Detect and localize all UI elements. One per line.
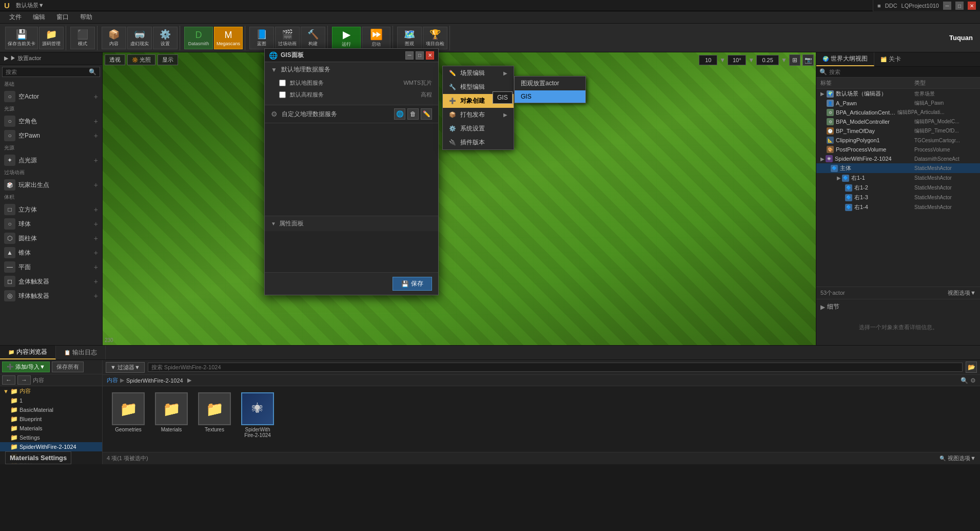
breadcrumb-spiderwithfire[interactable]: SpiderWithFire-2-1024 <box>126 377 183 384</box>
output-log-tab[interactable]: 📋 输出日志 <box>56 346 106 359</box>
viewport-num-1[interactable] <box>699 55 717 65</box>
place-actor-header[interactable]: ▶ ▶ 放置actor <box>0 52 102 65</box>
megascans-btn[interactable]: M Megascans <box>214 27 243 49</box>
menu-help[interactable]: 帮助 <box>75 12 97 23</box>
project-settings-btn[interactable]: 🏆 项目自检 <box>423 27 447 49</box>
filter-btn[interactable]: ▼过滤器▼ <box>106 362 145 373</box>
ctx-publish[interactable]: 📦 打包发布 ▶ <box>443 108 514 122</box>
cb-tree-blueprint[interactable]: 📁Blueprint <box>0 414 102 424</box>
settings-btn[interactable]: ⚙️ 设置 <box>153 27 178 49</box>
cb-tree-1[interactable]: 📁1 <box>0 396 102 405</box>
outliner-clipping-row[interactable]: 📐 ClippingPolygon1 TGCesiumCartogr... <box>816 136 980 145</box>
world-outliner-tab[interactable]: 🌍 世界大纲视图 <box>816 52 874 66</box>
actor-item-box-trigger[interactable]: ◻ 盒体触发器 + <box>0 274 102 289</box>
add-import-btn[interactable]: ➕添加/导入▼ <box>2 362 50 372</box>
custom-edit-btn[interactable]: ✏️ <box>421 108 432 120</box>
ctx-sub-gis[interactable]: GIS <box>515 90 585 103</box>
actor-item-cube[interactable]: □ 立方体 + <box>0 202 102 217</box>
actor-item-empty-pawn[interactable]: ○ 空Pawn + <box>0 128 102 143</box>
outliner-search-input[interactable] <box>829 69 977 75</box>
actor-item-sphere-trigger[interactable]: ◎ 球体触发器 + <box>0 289 102 303</box>
viewport-camera-btn[interactable]: 📷 <box>802 54 814 66</box>
menu-file[interactable]: 文件 <box>4 12 27 23</box>
win-maximize-btn[interactable]: □ <box>955 2 964 10</box>
menu-window[interactable]: 窗口 <box>51 12 74 23</box>
save-level-btn[interactable]: 💾 保存当前关卡 <box>5 27 38 49</box>
save-btn[interactable]: 💾 保存 <box>393 277 432 291</box>
outliner-right11-row[interactable]: ▶ 🔷 右1-1 StaticMeshActor <box>816 173 980 183</box>
landscape-btn[interactable]: 🗺️ 图观 <box>397 27 422 49</box>
asset-textures[interactable]: 📁 Textures <box>195 392 234 438</box>
source-ctrl-btn[interactable]: 📁 源码管理 <box>39 27 64 49</box>
actor-item-plane[interactable]: — 平面 + <box>0 260 102 274</box>
perspective-btn[interactable]: 透视 <box>105 54 125 65</box>
ctx-sys-settings[interactable]: ⚙️ 系统设置 <box>443 122 514 136</box>
outliner-right14-row[interactable]: 🔷 右1-4 StaticMeshActor <box>816 202 980 212</box>
default-map-checkbox[interactable] <box>279 80 286 86</box>
ctx-plugin-version[interactable]: 🔌 插件版本 <box>443 136 514 149</box>
viewport-num-2[interactable] <box>728 55 746 65</box>
ctx-sub-viewport-place[interactable]: 图观放置actor <box>515 77 585 90</box>
breadcrumb-content[interactable]: 内容 <box>107 376 118 384</box>
asset-spider[interactable]: 🕷 SpiderWithFire-2-1024 <box>238 392 277 438</box>
outliner-right13-row[interactable]: 🔷 右1-3 StaticMeshActor <box>816 193 980 202</box>
breadcrumb-arrow-btn[interactable]: ▶ <box>187 377 191 384</box>
cb-tree-spiderwithfire[interactable]: 📁SpiderWithFire-2-1024 <box>0 442 102 451</box>
cb-search-input[interactable] <box>151 364 959 370</box>
outliner-postprocess-row[interactable]: 🎨 PostProcessVolume ProcessVolume <box>816 145 980 154</box>
custom-delete-btn[interactable]: 🗑 <box>407 108 419 120</box>
save-all-btn[interactable]: 保存所有 <box>52 362 84 372</box>
build-btn[interactable]: 🔨 构建 <box>301 27 325 49</box>
outliner-bp-timeofday-row[interactable]: 🕐 BP_TimeOfDay 编辑BP_TimeOfD... <box>816 126 980 136</box>
search-btn[interactable]: 🔍 <box>961 377 968 384</box>
viewport-num-3[interactable] <box>756 55 779 65</box>
view-options-btn[interactable]: 视图选项▼ <box>948 289 976 297</box>
outliner-apawn-row[interactable]: 👤 A_Pawn 编辑A_Pawn <box>816 99 980 108</box>
actor-search-input[interactable] <box>6 69 89 75</box>
outliner-bpa-articulation-row[interactable]: ⚙ BPA_ArticulationCenterController 编辑BPA… <box>816 108 980 117</box>
ctx-scene-edit[interactable]: ✏️ 场景编辑 ▶ <box>443 66 514 80</box>
actor-item-sphere[interactable]: ○ 球体 + <box>0 217 102 231</box>
actor-item-point-light[interactable]: ✦ 点光源 + <box>0 153 102 167</box>
viewport-grid-btn[interactable]: ⊞ <box>789 54 800 66</box>
custom-add-btn[interactable]: 🌐 <box>394 108 405 120</box>
view-options-bottom[interactable]: 🔍 视图选项▼ <box>939 454 976 462</box>
asset-materials[interactable]: 📁 Materials <box>152 392 191 438</box>
cb-tree-basicmaterial[interactable]: 📁BasicMaterial <box>0 405 102 414</box>
cinematics-btn[interactable]: 🎬 过场动画 <box>275 27 300 49</box>
outliner-right12-row[interactable]: 🔷 右1-2 StaticMeshActor <box>816 183 980 193</box>
nav-forward-btn[interactable]: → <box>17 375 31 385</box>
menu-edit[interactable]: 编辑 <box>28 12 50 23</box>
outliner-world-row[interactable]: ▶ 🌍 数认场景（编辑器） 世界场景 <box>816 89 980 99</box>
asset-geometries[interactable]: 📁 Geometries <box>109 392 148 438</box>
modes-btn[interactable]: ⬛ 模式 <box>70 27 95 49</box>
actor-item-player-spawn[interactable]: 🎲 玩家出生点 + <box>0 178 102 192</box>
win-minimize-btn[interactable]: ─ <box>943 2 951 10</box>
outliner-spider-row[interactable]: ▶ 🕷 SpiderWithFire-2-1024 DatasmithScene… <box>816 154 980 163</box>
show-btn[interactable]: 显示 <box>158 54 178 65</box>
cb-tree-materials[interactable]: 📁Materials <box>0 424 102 433</box>
datasmith-btn[interactable]: D Datasmith <box>184 27 213 49</box>
nav-back-btn[interactable]: ← <box>2 375 15 385</box>
outliner-bpa-model-row[interactable]: ⚙ BPA_ModelController 编辑BPA_ModelC... <box>816 117 980 126</box>
vr-btn[interactable]: 🥽 虚幻现实 <box>127 27 152 49</box>
view-options-right[interactable]: 📂 <box>966 362 977 373</box>
cb-tree-content[interactable]: ▼📁内容 <box>0 386 102 396</box>
content-btn[interactable]: 📦 内容 <box>102 27 126 49</box>
actor-item-cone[interactable]: ▲ 锥体 + <box>0 245 102 260</box>
actor-item-cylinder[interactable]: ⬡ 圆柱体 + <box>0 231 102 245</box>
settings-icon[interactable]: ⚙ <box>970 377 976 384</box>
blueprint-btn[interactable]: 📘 蓝图 <box>249 27 274 49</box>
actor-item-empty-actor[interactable]: ○ 空Actor + <box>0 89 102 104</box>
simulate-btn[interactable]: ⏩ 启动 <box>362 27 390 49</box>
dialog-maximize-btn[interactable]: □ <box>416 51 424 60</box>
dialog-close-btn[interactable]: ✕ <box>426 51 434 60</box>
outliner-body-row[interactable]: 🔷 主体 StaticMeshActor <box>816 163 980 173</box>
cb-tree-settings[interactable]: 📁Settings <box>0 433 102 442</box>
win-close-btn[interactable]: ✕ <box>968 2 976 10</box>
actor-item-empty-char[interactable]: ○ 空角色 + <box>0 114 102 128</box>
lighting-btn[interactable]: 🔆 光照 <box>127 54 155 65</box>
content-browser-tab[interactable]: 📁 内容浏览器 <box>0 346 56 359</box>
play-btn[interactable]: ▶ 运行 <box>332 27 361 49</box>
default-height-checkbox[interactable] <box>279 91 286 98</box>
